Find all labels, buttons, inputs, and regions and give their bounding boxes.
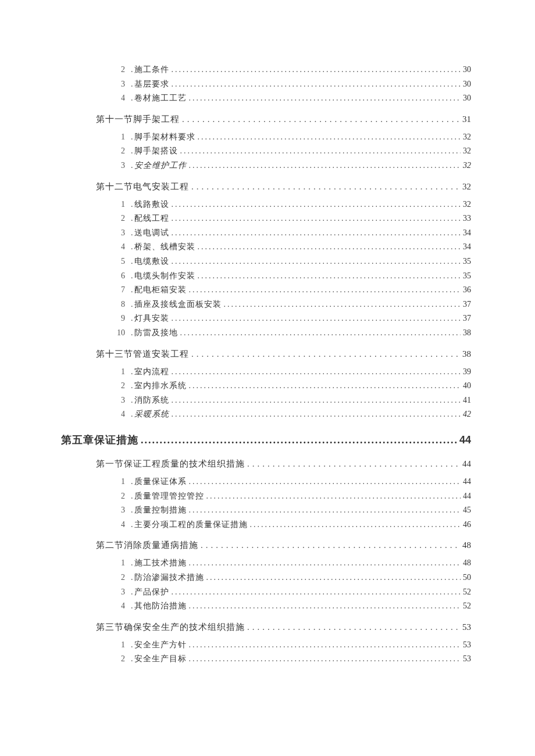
toc-leader-dots	[172, 78, 461, 87]
toc-entry-number: 1	[115, 557, 125, 569]
toc-item-title: 安全维护工作	[134, 160, 187, 171]
toc-entry-dot: .	[131, 213, 133, 224]
toc-page-number: 42	[463, 409, 471, 420]
toc-entry-number: 3	[115, 504, 125, 516]
toc-item-title: 产品保护	[134, 586, 169, 598]
toc-item-title: 基层要求	[134, 78, 169, 90]
toc-leader-dots	[189, 284, 461, 292]
toc-item-title: 其他防治措施	[134, 600, 187, 612]
toc-entry-number: 2	[115, 213, 125, 224]
toc-entry-number: 3	[115, 395, 125, 406]
toc-page-number: 45	[463, 504, 471, 516]
toc-entry-dot: .	[131, 327, 133, 339]
toc-entry: 1. 质量保证体系44	[115, 476, 471, 488]
toc-entry: 1. 线路敷设32	[115, 199, 471, 210]
toc-entry-dot: .	[131, 78, 133, 90]
toc-page-number: 52	[463, 600, 471, 612]
toc-entry: 1. 室内流程39	[115, 366, 471, 378]
toc-entry: 2. 脚手架搭设32	[115, 145, 471, 157]
toc-entry-dot: .	[131, 572, 133, 583]
toc-page-number: 31	[462, 113, 471, 126]
toc-entry-number: 1	[115, 131, 125, 143]
toc-item-title: 消防系统	[134, 395, 169, 406]
toc-entry-dot: .	[131, 476, 133, 488]
toc-item-title: 脚手架搭设	[134, 145, 178, 157]
toc-item-title: 质量保证体系	[134, 476, 187, 488]
toc-leader-dots	[189, 653, 461, 661]
toc-leader-dots	[189, 504, 461, 513]
toc-leader-dots	[189, 476, 461, 484]
toc-leader-dots	[191, 181, 460, 189]
toc-entry: 7. 配电柜箱安装36	[115, 284, 471, 296]
toc-leader-dots	[189, 600, 461, 608]
toc-page-number: 30	[463, 64, 471, 76]
toc-entry-number: 2	[115, 380, 125, 392]
toc-entry: 4. 主要分项工程的质量保证措施46	[115, 519, 471, 531]
toc-leader-dots	[189, 380, 461, 388]
toc-leader-dots	[206, 490, 461, 499]
toc-entry-number: 4	[115, 241, 125, 253]
toc-page-number: 40	[463, 380, 471, 392]
toc-section-title: 第十二节电气安装工程	[96, 181, 189, 193]
toc-entry: 3. 基层要求30	[115, 78, 471, 90]
toc-entry-dot: .	[131, 145, 133, 157]
toc-page-number: 35	[463, 270, 471, 282]
toc-leader-dots	[182, 113, 460, 122]
toc-entry-dot: .	[131, 653, 133, 665]
toc-entry-number: 2	[115, 653, 125, 665]
toc-entry-dot: .	[131, 504, 133, 516]
toc-leader-dots	[172, 256, 461, 264]
toc-page-number: 32	[463, 131, 471, 143]
toc-leader-dots	[172, 213, 461, 221]
toc-leader-dots	[224, 299, 461, 307]
toc-entry: 5. 电缆敷设35	[115, 256, 471, 267]
toc-entry: 第十二节电气安装工程32	[96, 181, 471, 193]
toc-page-number: 38	[462, 348, 471, 360]
toc-entry: 3. 安全维护工作32	[115, 160, 471, 171]
toc-entry: 2. 室内排水系统40	[115, 380, 471, 392]
toc-leader-dots	[172, 64, 461, 72]
toc-entry-dot: .	[131, 409, 133, 420]
toc-entry: 第十一节脚手架工程31	[96, 113, 471, 126]
toc-entry: 2. 配线工程33	[115, 213, 471, 224]
toc-entry-number: 4	[115, 409, 125, 420]
toc-leader-dots	[250, 519, 461, 527]
toc-entry-number: 5	[115, 256, 125, 267]
toc-entry: 1. 脚手架材料要求32	[115, 131, 471, 143]
toc-leader-dots	[247, 458, 460, 467]
toc-page-number: 53	[462, 621, 471, 633]
toc-entry-number: 10	[115, 327, 125, 339]
toc-page-number: 44	[463, 476, 471, 488]
toc-item-title: 配线工程	[134, 213, 169, 224]
toc-entry: 第十三节管道安装工程38	[96, 348, 471, 360]
toc-entry-number: 4	[115, 92, 125, 104]
toc-entry-dot: .	[131, 284, 133, 296]
toc-entry: 3. 送电调试34	[115, 227, 471, 239]
toc-entry-dot: .	[131, 160, 133, 171]
toc-section-title: 第十三节管道安装工程	[96, 348, 189, 360]
toc-item-title: 防治渗漏技术措施	[134, 572, 204, 583]
toc-leader-dots	[206, 572, 461, 580]
toc-item-title: 送电调试	[134, 227, 169, 239]
toc-entry-dot: .	[131, 256, 133, 267]
toc-page-number: 44	[463, 490, 471, 502]
toc-entry: 第三节确保安全生产的技术组织措施53	[96, 621, 471, 633]
toc-item-title: 安全生产方针	[134, 639, 187, 651]
toc-page-number: 32	[462, 181, 471, 193]
toc-page-number: 32	[463, 199, 471, 210]
toc-entry: 3. 质量控制措施45	[115, 504, 471, 516]
toc-page-number: 53	[463, 639, 471, 651]
toc-entry-number: 2	[115, 490, 125, 502]
toc-item-title: 防雷及接地	[134, 327, 178, 339]
toc-section-title: 第十一节脚手架工程	[96, 113, 180, 126]
toc-item-title: 灯具安装	[134, 313, 169, 324]
toc-leader-dots	[172, 409, 461, 417]
toc-page-number: 48	[463, 557, 471, 569]
toc-entry-dot: .	[131, 395, 133, 406]
toc-leader-dots	[198, 270, 461, 278]
toc-entry-number: 8	[115, 299, 125, 310]
toc-leader-dots	[141, 433, 457, 443]
toc-leader-dots	[189, 160, 461, 168]
toc-page-number: 34	[463, 227, 471, 239]
toc-entry-number: 9	[115, 313, 125, 324]
